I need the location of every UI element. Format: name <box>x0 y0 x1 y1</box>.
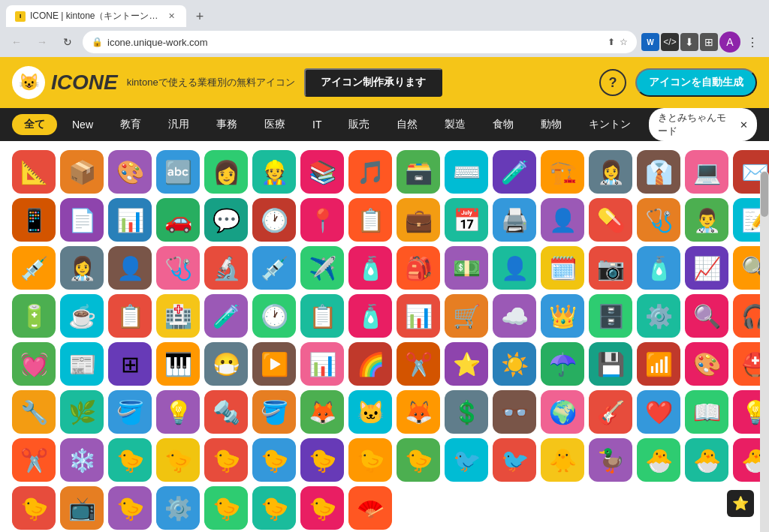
nav-item-教育[interactable]: 教育 <box>108 114 153 135</box>
icon-cell[interactable]: 💲 <box>445 390 488 434</box>
scrollbar-track[interactable] <box>760 171 769 532</box>
icon-cell[interactable]: 👔 <box>637 150 680 194</box>
nav-item-食物[interactable]: 食物 <box>481 114 526 135</box>
icon-cell[interactable]: 📊 <box>300 342 344 386</box>
icon-cell[interactable]: 🎨 <box>108 150 152 194</box>
icon-cell[interactable]: 💾 <box>589 342 632 386</box>
icon-cell[interactable]: ☂️ <box>541 342 584 386</box>
star-icon[interactable]: ☆ <box>620 37 628 47</box>
icon-cell[interactable]: 💵 <box>445 246 488 290</box>
icon-cell[interactable]: 📷 <box>589 246 632 290</box>
nav-item-自然[interactable]: 自然 <box>384 114 430 135</box>
icon-cell[interactable]: 📅 <box>445 198 488 242</box>
icon-cell[interactable]: 💡 <box>156 390 200 434</box>
icon-cell[interactable]: 🔩 <box>204 390 248 434</box>
icon-cell[interactable]: 💉 <box>252 246 296 290</box>
icon-cell[interactable]: 📱 <box>12 198 56 242</box>
icon-cell[interactable]: 🌈 <box>348 342 392 386</box>
nav-item-医療[interactable]: 医療 <box>252 114 297 135</box>
icon-cell[interactable]: 📈 <box>685 246 728 290</box>
icon-cell[interactable]: 🐤 <box>108 438 152 482</box>
back-button[interactable]: ← <box>6 32 27 53</box>
icon-cell[interactable]: 🐦 <box>445 438 488 482</box>
icon-cell[interactable]: ⚙️ <box>637 294 680 338</box>
icon-cell[interactable]: 🐱 <box>348 390 392 434</box>
icon-cell[interactable]: 📺 <box>60 486 104 530</box>
profile-icon[interactable]: A <box>719 32 740 53</box>
icon-cell[interactable]: ⌨️ <box>445 150 488 194</box>
icon-cell[interactable]: 📋 <box>108 294 152 338</box>
icon-cell[interactable]: ✈️ <box>300 246 344 290</box>
icon-cell[interactable]: 👷 <box>252 150 296 194</box>
icon-cell[interactable]: 🐤 <box>12 486 56 530</box>
icon-cell[interactable]: 🐤 <box>204 438 248 482</box>
ext-icon-3[interactable]: ⬇ <box>680 33 698 51</box>
icon-cell[interactable]: 💓 <box>12 342 56 386</box>
icon-cell[interactable]: 🏗️ <box>541 150 584 194</box>
icon-cell[interactable]: 🔧 <box>12 390 56 434</box>
icon-cell[interactable]: 🧴 <box>348 246 392 290</box>
kitomi-mode-toggle[interactable]: きとみちゃんモード ✕ <box>649 108 757 141</box>
icon-cell[interactable]: 💊 <box>589 198 632 242</box>
icon-cell[interactable]: 🧪 <box>204 294 248 338</box>
cta-blue-button[interactable]: アイコンを自動生成 <box>635 68 757 97</box>
icon-cell[interactable]: 🏥 <box>156 294 200 338</box>
nav-item-動物[interactable]: 動物 <box>529 114 574 135</box>
icon-cell[interactable]: 🗄️ <box>589 294 632 338</box>
menu-button[interactable]: ⋮ <box>742 32 763 53</box>
icon-cell[interactable]: 🪭 <box>348 486 392 530</box>
icon-cell[interactable]: 🔋 <box>12 294 56 338</box>
icon-cell[interactable]: 🐤 <box>156 438 200 482</box>
icon-cell[interactable]: 🐣 <box>685 438 728 482</box>
icon-cell[interactable]: ☁️ <box>493 294 536 338</box>
icon-cell[interactable]: 🩺 <box>637 198 680 242</box>
icon-grid-container[interactable]: 📐📦🎨🔤👩👷📚🎵🗃️⌨️🧪🏗️👩‍⚕️👔💻✉️📱📄📊🚗💬🕐📍📋💼📅🖨️👤💊🩺👨‍… <box>0 141 769 532</box>
refresh-button[interactable]: ↻ <box>57 32 78 53</box>
icon-cell[interactable]: 🎨 <box>685 342 728 386</box>
icon-cell[interactable]: 💬 <box>204 198 248 242</box>
nav-item-販売[interactable]: 販売 <box>336 114 381 135</box>
icon-cell[interactable]: 🦆 <box>589 438 632 482</box>
icon-cell[interactable]: 🗓️ <box>541 246 584 290</box>
icon-cell[interactable]: 🐤 <box>252 438 296 482</box>
ext-icon-4[interactable]: ⊞ <box>700 33 718 51</box>
icon-cell[interactable]: 😷 <box>204 342 248 386</box>
icon-cell[interactable]: 📄 <box>60 198 104 242</box>
icon-cell[interactable]: 🗃️ <box>397 150 440 194</box>
icon-cell[interactable]: 🐤 <box>204 486 248 530</box>
icon-cell[interactable]: 🪣 <box>252 390 296 434</box>
ext-icon-1[interactable]: W <box>641 33 659 51</box>
icon-cell[interactable]: 📐 <box>12 150 56 194</box>
icon-cell[interactable]: 🌍 <box>541 390 584 434</box>
icon-cell[interactable]: 📚 <box>300 150 344 194</box>
icon-cell[interactable]: 📊 <box>108 198 152 242</box>
icon-cell[interactable]: 🩺 <box>156 246 200 290</box>
icon-cell[interactable]: 🎹 <box>156 342 200 386</box>
icon-cell[interactable]: 🔍 <box>685 294 728 338</box>
icon-cell[interactable]: 📦 <box>60 150 104 194</box>
ext-icon-2[interactable]: </> <box>661 33 679 51</box>
icon-cell[interactable]: 🎒 <box>397 246 440 290</box>
icon-cell[interactable]: 🔤 <box>156 150 200 194</box>
nav-item-汎用[interactable]: 汎用 <box>156 114 201 135</box>
icon-cell[interactable]: 🎸 <box>589 390 632 434</box>
icon-cell[interactable]: 🧴 <box>637 246 680 290</box>
icon-cell[interactable]: 👩‍⚕️ <box>60 246 104 290</box>
icon-cell[interactable]: 🐤 <box>348 438 392 482</box>
active-tab[interactable]: I ICONE | kintone（キントーン）業種... ✕ <box>6 5 186 27</box>
icon-cell[interactable]: 🕐 <box>252 198 296 242</box>
icon-cell[interactable]: 🪣 <box>108 390 152 434</box>
icon-cell[interactable]: 🕐 <box>252 294 296 338</box>
icon-cell[interactable]: 📋 <box>348 198 392 242</box>
icon-cell[interactable]: 🐥 <box>541 438 584 482</box>
icon-cell[interactable]: 🔬 <box>204 246 248 290</box>
icon-cell[interactable]: 🛒 <box>445 294 488 338</box>
icon-cell[interactable]: 👩‍⚕️ <box>589 150 632 194</box>
icon-cell[interactable]: 🐣 <box>637 438 680 482</box>
icon-cell[interactable]: 🌿 <box>60 390 104 434</box>
icon-cell[interactable]: 💉 <box>12 246 56 290</box>
scrollbar-thumb[interactable] <box>761 172 768 217</box>
icon-cell[interactable]: 🐤 <box>300 486 344 530</box>
icon-cell[interactable]: 📊 <box>397 294 440 338</box>
icon-cell[interactable]: 📋 <box>300 294 344 338</box>
